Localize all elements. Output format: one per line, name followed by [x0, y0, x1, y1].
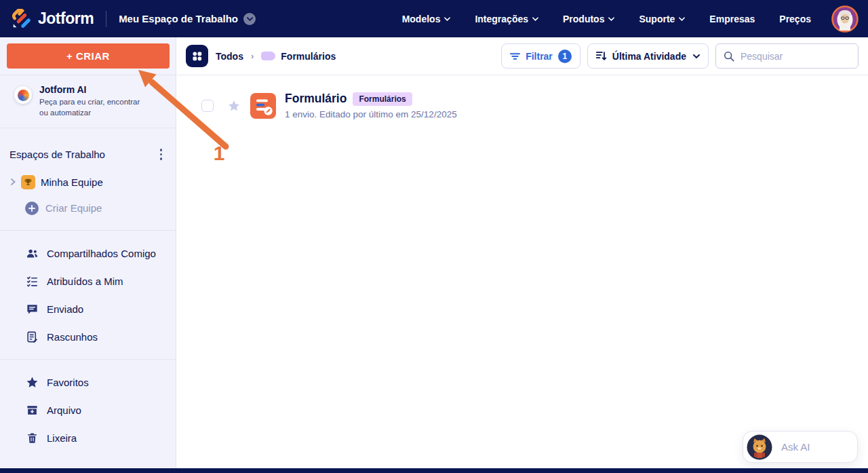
jotform-ai-title: Jotform AI: [39, 84, 151, 95]
filter-label: Filtrar: [526, 51, 553, 62]
form-title[interactable]: Formulário: [285, 92, 347, 106]
row-checkbox[interactable]: [201, 100, 214, 112]
jotform-ai-entry[interactable]: Jotform AI Peça para eu criar, encontrar…: [0, 75, 176, 128]
breadcrumb-separator-icon: ›: [251, 51, 254, 61]
sort-label: Última Atividade: [612, 51, 686, 62]
chevron-down-icon: [679, 17, 685, 21]
sidebar-item-label: Lixeira: [47, 432, 77, 444]
sidebar: + CRIAR Jotform AI Peça para eu criar, e…: [0, 37, 176, 468]
sidebar-item-label: Enviado: [47, 303, 83, 315]
nav-item-label: Suporte: [639, 14, 675, 24]
breadcrumb-current[interactable]: Formulários: [261, 51, 336, 62]
nav-item-modelos[interactable]: Modelos: [402, 14, 451, 24]
assigned-list-icon: [26, 275, 39, 288]
sidebar-item-label: Atribuídos a Mim: [47, 276, 123, 287]
jotform-logo[interactable]: Jotform: [11, 9, 94, 29]
filter-icon: [510, 52, 520, 60]
sidebar-item-label: Criar Equipe: [45, 202, 102, 214]
navbar-divider: [106, 11, 106, 27]
nav-item-produtos[interactable]: Produtos: [563, 14, 614, 24]
workspaces-header-label: Espaços de Trabalho: [9, 149, 105, 160]
trash-icon: [26, 432, 39, 444]
chevron-right-icon: [11, 178, 16, 185]
nav-item-suporte[interactable]: Suporte: [639, 14, 685, 24]
favorite-star-icon[interactable]: [227, 99, 241, 113]
sidebar-item-criar-equipe[interactable]: Criar Equipe: [0, 189, 176, 215]
chevron-down-icon: [693, 54, 700, 58]
sidebar-group-secondary: Favoritos Arquivo Lixeira: [0, 360, 176, 452]
folder-icon: [261, 52, 275, 60]
trophy-icon: [21, 175, 35, 189]
sidebar-group-primary: Compartilhados Comigo Atribuídos a Mim E…: [0, 231, 176, 351]
sidebar-item-arquivo[interactable]: Arquivo: [0, 396, 176, 424]
chevron-down-icon: [243, 13, 256, 25]
kebab-menu-icon[interactable]: [156, 147, 167, 162]
form-meta: 1 envio. Editado por último em 25/12/202…: [285, 109, 457, 119]
plus-icon: [25, 202, 39, 215]
breadcrumb-current-label: Formulários: [281, 51, 336, 62]
nav-item-label: Modelos: [402, 14, 441, 24]
form-document-icon[interactable]: [250, 93, 276, 119]
breadcrumb: Todos › Formulários: [186, 45, 336, 67]
bottom-edge-bar: [0, 468, 868, 473]
search-input[interactable]: [741, 51, 850, 62]
toolbar-controls: Filtrar 1 Última Atividade: [501, 43, 859, 69]
nav-item-empresas[interactable]: Empresas: [709, 14, 755, 24]
sidebar-item-rascunhos[interactable]: Rascunhos: [0, 323, 176, 351]
sidebar-item-minha-equipe[interactable]: Minha Equipe: [0, 162, 176, 189]
jotform-ai-subtitle: Peça para eu criar, encontrar ou automat…: [39, 97, 151, 118]
all-items-grid-icon[interactable]: [186, 45, 208, 67]
filter-count-badge: 1: [558, 50, 572, 63]
sidebar-item-favoritos[interactable]: Favoritos: [0, 368, 176, 396]
user-avatar[interactable]: [831, 5, 859, 33]
breadcrumb-root[interactable]: Todos: [216, 51, 243, 62]
ask-ai-label: Ask AI: [781, 441, 810, 453]
shared-people-icon: [26, 247, 39, 260]
sidebar-item-lixeira[interactable]: Lixeira: [0, 424, 176, 452]
sent-message-icon: [26, 303, 39, 316]
nav-item-label: Produtos: [563, 14, 604, 24]
sidebar-item-atribuidos[interactable]: Atribuídos a Mim: [0, 267, 176, 295]
sidebar-item-enviado[interactable]: Enviado: [0, 295, 176, 323]
nav-item-integracoes[interactable]: Integrações: [475, 14, 538, 24]
sidebar-item-label: Minha Equipe: [41, 176, 103, 188]
sidebar-item-label: Favoritos: [47, 377, 89, 388]
ask-ai-button[interactable]: Ask AI: [743, 431, 858, 463]
search-icon: [724, 51, 734, 62]
nav-item-label: Preços: [779, 14, 811, 24]
top-navbar: Jotform Meu Espaço de Trabalho Modelos I…: [0, 0, 868, 37]
sort-icon: [596, 51, 607, 61]
workspaces-header: Espaços de Trabalho: [0, 128, 176, 162]
filter-button[interactable]: Filtrar 1: [501, 43, 580, 69]
nav-item-label: Integrações: [475, 14, 528, 24]
chevron-down-icon: [532, 17, 538, 21]
topnav-menu: Modelos Integrações Produtos Suporte Emp…: [402, 5, 859, 33]
nav-item-precos[interactable]: Preços: [779, 14, 811, 24]
sort-button[interactable]: Última Atividade: [587, 43, 709, 69]
content-toolbar: Todos › Formulários Filtrar 1 Última Ati…: [177, 37, 868, 75]
jotform-ai-icon: [14, 86, 32, 104]
jotform-logo-icon: [11, 9, 31, 29]
sidebar-item-label: Compartilhados Comigo: [47, 248, 156, 259]
archive-icon: [26, 404, 39, 417]
search-box: [715, 43, 859, 69]
sidebar-item-label: Rascunhos: [47, 331, 98, 343]
sidebar-item-compartilhados[interactable]: Compartilhados Comigo: [0, 240, 176, 267]
content-area: Formulário Formulários 1 envio. Editado …: [177, 76, 868, 468]
chevron-down-icon: [444, 17, 450, 21]
workspace-label: Meu Espaço de Trabalho: [119, 13, 238, 24]
draft-document-icon: [26, 330, 39, 343]
nav-item-label: Empresas: [709, 14, 755, 24]
sidebar-item-label: Arquivo: [47, 404, 81, 416]
star-icon: [26, 376, 39, 389]
brand-name: Jotform: [38, 10, 94, 28]
workspace-switcher[interactable]: Meu Espaço de Trabalho: [119, 13, 256, 25]
form-type-badge: Formulários: [353, 92, 412, 106]
create-button[interactable]: + CRIAR: [7, 43, 170, 69]
ask-ai-cat-avatar: [747, 434, 772, 460]
form-list-row[interactable]: Formulário Formulários 1 envio. Editado …: [177, 76, 868, 119]
chevron-down-icon: [608, 17, 614, 21]
